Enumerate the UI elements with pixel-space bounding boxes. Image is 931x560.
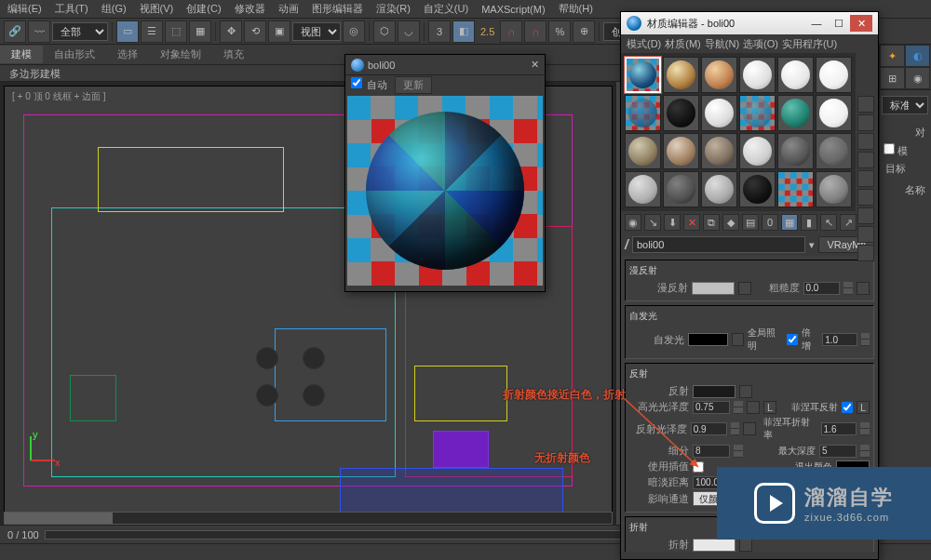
material-slot[interactable]	[816, 95, 852, 131]
ribbon-tab-populate[interactable]: 填充	[212, 46, 255, 63]
ribbon-tab-objectpaint[interactable]: 对象绘制	[149, 46, 212, 63]
mult-spinner[interactable]: 1.0	[822, 333, 857, 346]
material-slot[interactable]	[701, 95, 737, 131]
spinner-arrows[interactable]	[861, 333, 870, 346]
material-slot[interactable]	[625, 171, 661, 207]
mat-menu-utilities[interactable]: 实用程序(U)	[782, 37, 837, 51]
hscroll-thumb[interactable]	[5, 513, 113, 524]
viewport-hscroll[interactable]	[4, 512, 613, 525]
menu-create[interactable]: 创建(C)	[182, 2, 224, 16]
auto-update-checkbox[interactable]: 自动	[351, 77, 387, 92]
material-slot[interactable]	[625, 95, 661, 131]
material-slot[interactable]	[816, 171, 852, 207]
spinner-arrows[interactable]	[734, 401, 743, 414]
mat-menu-navigation[interactable]: 导航(N)	[705, 37, 739, 51]
close-icon[interactable]: ✕	[531, 59, 539, 71]
material-slot[interactable]	[663, 171, 699, 207]
pivot-icon[interactable]: ◎	[343, 20, 365, 43]
show-end-icon[interactable]: ▮	[801, 214, 817, 231]
menu-graph-editors[interactable]: 图形编辑器	[308, 2, 367, 16]
reflect-map-button[interactable]	[739, 385, 752, 398]
material-slot[interactable]	[739, 133, 776, 169]
maximize-icon[interactable]: ☐	[828, 15, 850, 32]
menu-help[interactable]: 帮助(H)	[555, 2, 597, 16]
select-name-icon[interactable]: ☰	[141, 20, 163, 43]
unlink-icon[interactable]: 〰	[28, 20, 50, 43]
material-slot[interactable]	[777, 133, 814, 169]
rgloss-map-button[interactable]	[743, 422, 756, 435]
link-icon[interactable]: 🔗	[4, 20, 26, 43]
roughness-spinner[interactable]: 0.0	[803, 282, 841, 295]
reflect-color-swatch[interactable]	[693, 385, 735, 398]
show-in-vp-icon[interactable]: ▦	[781, 214, 798, 231]
angle-snap-icon[interactable]: ◡	[398, 20, 420, 43]
cmd-checkbox[interactable]	[884, 143, 895, 154]
material-slot[interactable]	[739, 95, 776, 131]
modify-tab-icon[interactable]: ◐	[905, 45, 930, 67]
layer-filter-select[interactable]: 全部	[52, 22, 108, 41]
menu-group[interactable]: 组(G)	[98, 2, 130, 16]
minimize-icon[interactable]: —	[805, 15, 828, 32]
snap-3d-icon[interactable]: 3	[428, 20, 451, 43]
spinner-arrows[interactable]	[860, 445, 870, 458]
sample-type-icon[interactable]	[857, 96, 874, 113]
interp-checkbox[interactable]	[693, 461, 704, 473]
lock-button[interactable]: L	[857, 401, 870, 414]
assign-icon[interactable]: ⬇	[664, 214, 681, 231]
material-slot[interactable]	[739, 57, 776, 93]
material-slot[interactable]	[701, 57, 737, 93]
select-rect-icon[interactable]: ⬚	[165, 20, 187, 43]
ref-coord-select[interactable]: 视图	[292, 22, 341, 41]
mat-id-icon[interactable]: 0	[762, 214, 778, 231]
material-slot[interactable]	[625, 57, 661, 93]
magnet2-icon[interactable]: ∩	[524, 20, 546, 43]
material-slot[interactable]	[739, 171, 776, 207]
cmd-create-type-select[interactable]: 标准	[882, 96, 928, 114]
slot-count-icon[interactable]	[857, 245, 874, 261]
rotate-tool-icon[interactable]: ⟲	[244, 20, 266, 43]
spinner-arrows[interactable]	[731, 422, 740, 435]
reset-icon[interactable]: ✕	[683, 214, 700, 231]
menu-edit[interactable]: 编辑(E)	[4, 2, 46, 16]
spinner-snap-icon[interactable]: ⊕	[573, 20, 595, 43]
move-tool-icon[interactable]: ✥	[220, 20, 242, 43]
go-parent-icon[interactable]: ↖	[820, 214, 837, 231]
snap-icon[interactable]: ⬡	[373, 20, 396, 43]
menu-maxscript[interactable]: MAXScript(M)	[478, 4, 548, 15]
material-slot[interactable]	[816, 133, 852, 169]
get-material-icon[interactable]: ◉	[625, 214, 641, 231]
refract-map-button[interactable]	[739, 539, 752, 552]
material-slot[interactable]	[816, 57, 852, 93]
selfillum-color-swatch[interactable]	[688, 333, 728, 346]
ribbon-tab-freeform[interactable]: 自由形式	[43, 46, 106, 63]
ribbon-tab-selection[interactable]: 选择	[106, 46, 149, 63]
material-slot[interactable]	[701, 171, 737, 207]
hgloss-map-button[interactable]	[747, 401, 760, 414]
material-slot[interactable]	[777, 171, 814, 207]
diffuse-color-swatch[interactable]	[692, 282, 735, 295]
spinner-arrows[interactable]	[843, 282, 853, 295]
menu-tools[interactable]: 工具(T)	[51, 2, 92, 16]
create-tab-icon[interactable]: ✦	[880, 45, 905, 67]
diffuse-map-button[interactable]	[738, 282, 751, 295]
mat-menu-material[interactable]: 材质(M)	[665, 37, 701, 51]
go-forward-icon[interactable]: ↗	[840, 214, 857, 231]
menu-modifiers[interactable]: 修改器	[231, 2, 269, 16]
menu-render[interactable]: 渲染(R)	[372, 2, 414, 16]
rgloss-spinner[interactable]: 0.9	[691, 422, 727, 435]
magnet-icon[interactable]: ∩	[500, 20, 522, 43]
mat-preview-titlebar[interactable]: boli00 ✕	[345, 55, 545, 75]
refract-color-swatch[interactable]	[693, 539, 735, 552]
mat-menu-mode[interactable]: 模式(D)	[627, 37, 661, 51]
close-icon[interactable]: ✕	[850, 15, 872, 32]
fresnel-checkbox[interactable]	[842, 402, 853, 413]
maxdepth-spinner[interactable]: 5	[819, 445, 857, 458]
menu-animation[interactable]: 动画	[275, 2, 303, 16]
video-check-icon[interactable]	[857, 170, 874, 187]
put-to-scene-icon[interactable]: ↘	[644, 214, 661, 231]
snap-toggle-icon[interactable]: ◧	[452, 20, 475, 43]
roughness-map-button[interactable]	[857, 282, 870, 295]
spinner-arrows[interactable]	[860, 422, 870, 435]
percent-snap-icon[interactable]: %	[548, 20, 571, 43]
material-slot[interactable]	[777, 57, 814, 93]
